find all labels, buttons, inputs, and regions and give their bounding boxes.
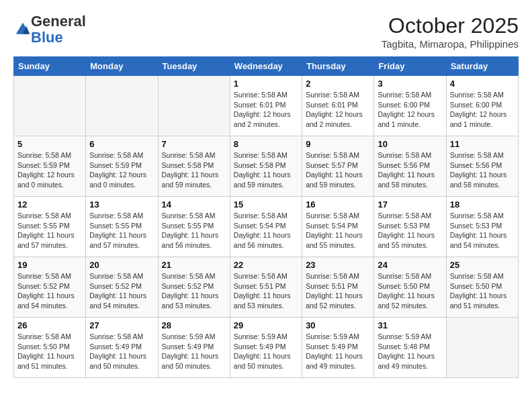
day-number: 4 — [450, 79, 515, 89]
calendar-cell — [446, 318, 518, 378]
cell-info: Sunrise: 5:58 AM Sunset: 5:54 PM Dayligh… — [234, 211, 298, 250]
day-number: 28 — [162, 320, 226, 330]
calendar-cell: 4Sunrise: 5:58 AM Sunset: 6:00 PM Daylig… — [446, 76, 518, 136]
cell-info: Sunrise: 5:58 AM Sunset: 5:51 PM Dayligh… — [306, 271, 370, 311]
logo-icon — [15, 21, 31, 38]
day-number: 10 — [378, 139, 442, 149]
cell-info: Sunrise: 5:59 AM Sunset: 5:49 PM Dayligh… — [234, 332, 298, 371]
day-number: 14 — [162, 199, 226, 210]
week-row-2: 5Sunrise: 5:58 AM Sunset: 5:59 PM Daylig… — [14, 136, 519, 197]
calendar-cell — [158, 76, 230, 136]
logo-blue: Blue — [31, 29, 63, 46]
cell-info: Sunrise: 5:58 AM Sunset: 5:55 PM Dayligh… — [162, 211, 226, 250]
day-number: 26 — [17, 320, 82, 330]
cell-info: Sunrise: 5:58 AM Sunset: 5:56 PM Dayligh… — [450, 150, 515, 190]
cell-info: Sunrise: 5:58 AM Sunset: 5:52 PM Dayligh… — [17, 271, 82, 311]
day-number: 18 — [450, 199, 515, 210]
day-number: 8 — [234, 139, 298, 149]
weekday-header-friday: Friday — [374, 57, 446, 76]
calendar-cell: 25Sunrise: 5:58 AM Sunset: 5:50 PM Dayli… — [446, 257, 518, 318]
day-number: 22 — [234, 260, 298, 270]
calendar-cell: 6Sunrise: 5:58 AM Sunset: 5:59 PM Daylig… — [86, 136, 158, 197]
calendar-cell: 21Sunrise: 5:58 AM Sunset: 5:52 PM Dayli… — [158, 257, 230, 318]
day-number: 27 — [89, 320, 154, 330]
weekday-header-sunday: Sunday — [14, 57, 86, 76]
cell-info: Sunrise: 5:58 AM Sunset: 5:55 PM Dayligh… — [89, 211, 154, 250]
calendar-cell: 19Sunrise: 5:58 AM Sunset: 5:52 PM Dayli… — [14, 257, 86, 318]
day-number: 31 — [378, 320, 442, 330]
cell-info: Sunrise: 5:59 AM Sunset: 5:49 PM Dayligh… — [162, 332, 226, 371]
day-number: 15 — [234, 199, 298, 210]
cell-info: Sunrise: 5:58 AM Sunset: 5:51 PM Dayligh… — [234, 271, 298, 311]
calendar-cell: 5Sunrise: 5:58 AM Sunset: 5:59 PM Daylig… — [14, 136, 86, 197]
cell-info: Sunrise: 5:58 AM Sunset: 5:50 PM Dayligh… — [17, 332, 82, 371]
logo-text: General Blue — [31, 13, 86, 46]
day-number: 23 — [306, 260, 370, 270]
calendar-cell: 27Sunrise: 5:58 AM Sunset: 5:49 PM Dayli… — [86, 318, 158, 378]
calendar-cell: 28Sunrise: 5:59 AM Sunset: 5:49 PM Dayli… — [158, 318, 230, 378]
calendar-cell: 31Sunrise: 5:59 AM Sunset: 5:48 PM Dayli… — [374, 318, 446, 378]
cell-info: Sunrise: 5:59 AM Sunset: 5:49 PM Dayligh… — [306, 332, 370, 371]
cell-info: Sunrise: 5:58 AM Sunset: 5:58 PM Dayligh… — [234, 150, 298, 190]
cell-info: Sunrise: 5:58 AM Sunset: 6:00 PM Dayligh… — [378, 90, 442, 130]
cell-info: Sunrise: 5:59 AM Sunset: 5:48 PM Dayligh… — [378, 332, 442, 371]
cell-info: Sunrise: 5:58 AM Sunset: 5:53 PM Dayligh… — [378, 211, 442, 250]
day-number: 2 — [306, 79, 370, 89]
day-number: 6 — [89, 139, 154, 149]
day-number: 9 — [306, 139, 370, 149]
calendar-cell: 13Sunrise: 5:58 AM Sunset: 5:55 PM Dayli… — [86, 197, 158, 257]
day-number: 5 — [17, 139, 82, 149]
calendar-cell: 15Sunrise: 5:58 AM Sunset: 5:54 PM Dayli… — [230, 197, 302, 257]
calendar-cell: 24Sunrise: 5:58 AM Sunset: 5:50 PM Dayli… — [374, 257, 446, 318]
location-subtitle: Tagbita, Mimaropa, Philippines — [382, 38, 519, 50]
weekday-header-saturday: Saturday — [446, 57, 518, 76]
calendar-cell: 9Sunrise: 5:58 AM Sunset: 5:57 PM Daylig… — [302, 136, 374, 197]
calendar-cell: 22Sunrise: 5:58 AM Sunset: 5:51 PM Dayli… — [230, 257, 302, 318]
calendar-cell: 8Sunrise: 5:58 AM Sunset: 5:58 PM Daylig… — [230, 136, 302, 197]
cell-info: Sunrise: 5:58 AM Sunset: 5:49 PM Dayligh… — [89, 332, 154, 371]
day-number: 13 — [89, 199, 154, 210]
calendar-cell: 16Sunrise: 5:58 AM Sunset: 5:54 PM Dayli… — [302, 197, 374, 257]
cell-info: Sunrise: 5:58 AM Sunset: 5:52 PM Dayligh… — [89, 271, 154, 311]
calendar-cell: 1Sunrise: 5:58 AM Sunset: 6:01 PM Daylig… — [230, 76, 302, 136]
calendar-cell: 30Sunrise: 5:59 AM Sunset: 5:49 PM Dayli… — [302, 318, 374, 378]
day-number: 20 — [89, 260, 154, 270]
weekday-header-thursday: Thursday — [302, 57, 374, 76]
calendar-cell: 12Sunrise: 5:58 AM Sunset: 5:55 PM Dayli… — [14, 197, 86, 257]
day-number: 7 — [162, 139, 226, 149]
calendar-cell: 11Sunrise: 5:58 AM Sunset: 5:56 PM Dayli… — [446, 136, 518, 197]
calendar-cell: 29Sunrise: 5:59 AM Sunset: 5:49 PM Dayli… — [230, 318, 302, 378]
title-area: October 2025 Tagbita, Mimaropa, Philippi… — [382, 13, 519, 50]
calendar-cell: 2Sunrise: 5:58 AM Sunset: 6:01 PM Daylig… — [302, 76, 374, 136]
week-row-4: 19Sunrise: 5:58 AM Sunset: 5:52 PM Dayli… — [14, 257, 519, 318]
logo: General Blue — [13, 13, 86, 46]
cell-info: Sunrise: 5:58 AM Sunset: 5:59 PM Dayligh… — [17, 150, 82, 190]
cell-info: Sunrise: 5:58 AM Sunset: 5:50 PM Dayligh… — [378, 271, 442, 311]
month-title: October 2025 — [382, 13, 519, 38]
day-number: 1 — [234, 79, 298, 89]
calendar-cell: 23Sunrise: 5:58 AM Sunset: 5:51 PM Dayli… — [302, 257, 374, 318]
page-header: General Blue October 2025 Tagbita, Mimar… — [13, 13, 519, 50]
week-row-5: 26Sunrise: 5:58 AM Sunset: 5:50 PM Dayli… — [14, 318, 519, 378]
cell-info: Sunrise: 5:58 AM Sunset: 5:55 PM Dayligh… — [17, 211, 82, 250]
day-number: 25 — [450, 260, 515, 270]
day-number: 29 — [234, 320, 298, 330]
day-number: 30 — [306, 320, 370, 330]
cell-info: Sunrise: 5:58 AM Sunset: 5:52 PM Dayligh… — [162, 271, 226, 311]
cell-info: Sunrise: 5:58 AM Sunset: 5:50 PM Dayligh… — [450, 271, 515, 311]
day-number: 11 — [450, 139, 515, 149]
cell-info: Sunrise: 5:58 AM Sunset: 5:54 PM Dayligh… — [306, 211, 370, 250]
weekday-header-tuesday: Tuesday — [158, 57, 230, 76]
cell-info: Sunrise: 5:58 AM Sunset: 5:59 PM Dayligh… — [89, 150, 154, 190]
calendar-cell: 14Sunrise: 5:58 AM Sunset: 5:55 PM Dayli… — [158, 197, 230, 257]
week-row-3: 12Sunrise: 5:58 AM Sunset: 5:55 PM Dayli… — [14, 197, 519, 257]
cell-info: Sunrise: 5:58 AM Sunset: 6:00 PM Dayligh… — [450, 90, 515, 130]
week-row-1: 1Sunrise: 5:58 AM Sunset: 6:01 PM Daylig… — [14, 76, 519, 136]
cell-info: Sunrise: 5:58 AM Sunset: 6:01 PM Dayligh… — [234, 90, 298, 130]
day-number: 3 — [378, 79, 442, 89]
cell-info: Sunrise: 5:58 AM Sunset: 5:57 PM Dayligh… — [306, 150, 370, 190]
calendar-table: SundayMondayTuesdayWednesdayThursdayFrid… — [13, 56, 519, 378]
calendar-cell: 7Sunrise: 5:58 AM Sunset: 5:58 PM Daylig… — [158, 136, 230, 197]
weekday-header-wednesday: Wednesday — [230, 57, 302, 76]
cell-info: Sunrise: 5:58 AM Sunset: 5:53 PM Dayligh… — [450, 211, 515, 250]
